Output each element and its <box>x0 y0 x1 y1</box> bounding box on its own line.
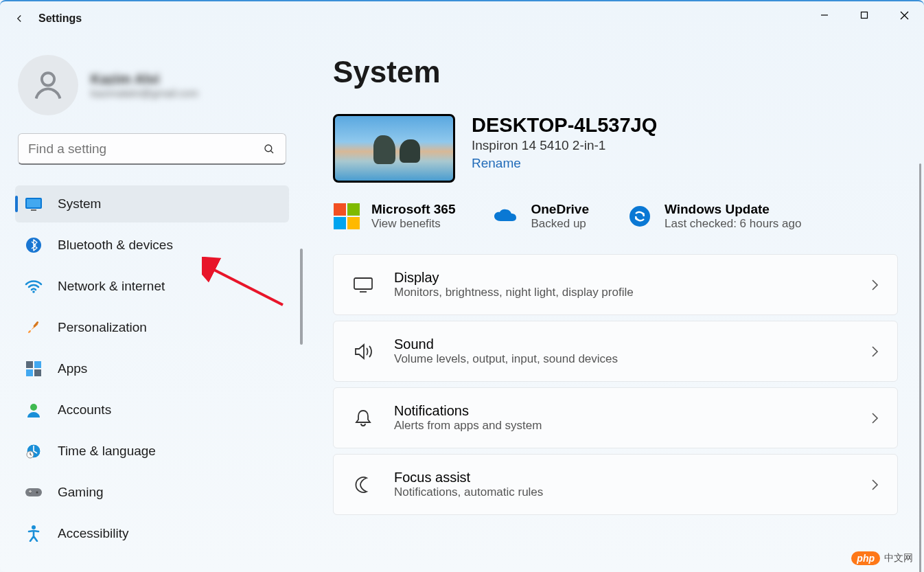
watermark-badge: php <box>851 551 880 565</box>
search-icon <box>263 143 275 155</box>
nav-label: Accessibility <box>58 526 128 541</box>
rename-link[interactable]: Rename <box>472 156 521 171</box>
device-section: DESKTOP-4L537JQ Inspiron 14 5410 2-in-1 … <box>333 114 898 183</box>
bluetooth-icon <box>25 236 43 254</box>
svg-rect-14 <box>34 361 41 368</box>
card-focus-assist[interactable]: Focus assist Notifications, automatic ru… <box>333 454 898 515</box>
nav-label: Network & internet <box>58 279 165 294</box>
svg-point-17 <box>30 404 37 411</box>
card-sound[interactable]: Sound Volume levels, output, input, soun… <box>333 321 898 382</box>
status-sub: View benefits <box>371 217 455 231</box>
accounts-icon <box>25 401 43 419</box>
accessibility-icon <box>25 525 43 542</box>
nav-list: System Bluetooth & devices Network & int… <box>15 185 289 552</box>
profile-text: Kazim Alvi kazimalalvi@gmail.com <box>91 71 198 99</box>
person-icon <box>30 67 66 103</box>
nav-item-bluetooth[interactable]: Bluetooth & devices <box>15 227 289 264</box>
svg-rect-8 <box>27 199 41 207</box>
card-sub: Alerts from apps and system <box>394 419 542 433</box>
chevron-right-icon <box>870 345 879 358</box>
search-input[interactable] <box>18 133 286 165</box>
status-sub: Backed up <box>531 217 588 231</box>
device-thumbnail[interactable] <box>333 114 455 183</box>
svg-rect-28 <box>354 278 372 289</box>
moon-icon <box>351 473 375 496</box>
minimize-icon <box>820 11 829 19</box>
system-icon <box>25 195 43 213</box>
svg-rect-15 <box>26 369 33 376</box>
profile-section[interactable]: Kazim Alvi kazimalalvi@gmail.com <box>18 55 286 115</box>
window-controls <box>805 1 924 29</box>
svg-rect-25 <box>30 490 31 493</box>
wifi-icon <box>25 277 43 295</box>
status-microsoft365[interactable]: Microsoft 365 View benefits <box>333 202 455 231</box>
nav-item-gaming[interactable]: Gaming <box>15 474 289 511</box>
sidebar: Kazim Alvi kazimalalvi@gmail.com System <box>0 36 299 572</box>
status-row: Microsoft 365 View benefits OneDrive Bac… <box>333 202 898 231</box>
svg-point-11 <box>32 290 35 293</box>
nav-item-accounts[interactable]: Accounts <box>15 391 289 428</box>
main-scrollbar[interactable] <box>919 163 921 572</box>
card-title: Sound <box>394 336 618 352</box>
card-title: Focus assist <box>394 470 543 485</box>
status-title: Microsoft 365 <box>371 202 455 217</box>
arrow-left-icon <box>13 12 25 25</box>
card-display[interactable]: Display Monitors, brightness, night ligh… <box>333 254 898 315</box>
device-info: DESKTOP-4L537JQ Inspiron 14 5410 2-in-1 … <box>472 114 657 171</box>
svg-line-6 <box>270 150 273 153</box>
svg-point-4 <box>42 73 54 85</box>
back-button[interactable] <box>5 5 33 32</box>
nav-label: Apps <box>58 361 87 376</box>
nav-item-accessibility[interactable]: Accessibility <box>15 515 289 552</box>
chevron-right-icon <box>870 478 879 492</box>
device-name: DESKTOP-4L537JQ <box>472 114 657 137</box>
svg-rect-9 <box>31 209 36 211</box>
nav-item-apps[interactable]: Apps <box>15 350 289 387</box>
chevron-right-icon <box>870 411 879 425</box>
card-sub: Monitors, brightness, night light, displ… <box>394 286 634 299</box>
minimize-button[interactable] <box>805 1 844 29</box>
status-title: Windows Update <box>665 202 801 217</box>
card-sub: Volume levels, output, input, sound devi… <box>394 352 618 366</box>
main-content: System DESKTOP-4L537JQ Inspiron 14 5410 … <box>299 36 924 572</box>
profile-email: kazimalalvi@gmail.com <box>91 87 198 99</box>
svg-rect-12 <box>33 321 39 328</box>
svg-rect-13 <box>26 361 33 368</box>
nav-item-personalization[interactable]: Personalization <box>15 309 289 346</box>
maximize-button[interactable] <box>844 1 884 29</box>
svg-point-26 <box>32 525 36 529</box>
nav-label: Personalization <box>58 320 147 335</box>
maximize-icon <box>860 11 868 19</box>
nav-label: Time & language <box>58 444 156 459</box>
card-notifications[interactable]: Notifications Alerts from apps and syste… <box>333 387 898 448</box>
profile-name: Kazim Alvi <box>91 71 198 87</box>
card-sub: Notifications, automatic rules <box>394 485 543 499</box>
status-onedrive[interactable]: OneDrive Backed up <box>492 202 588 231</box>
nav-label: System <box>58 196 101 211</box>
avatar <box>18 55 78 115</box>
status-windows-update[interactable]: Windows Update Last checked: 6 hours ago <box>626 202 801 231</box>
svg-rect-21 <box>25 488 42 496</box>
watermark: php 中文网 <box>851 551 913 565</box>
svg-point-23 <box>36 492 38 494</box>
search-wrap <box>18 133 286 165</box>
nav-label: Accounts <box>58 402 111 417</box>
clock-globe-icon <box>25 442 43 460</box>
close-button[interactable] <box>884 1 924 29</box>
nav-item-network[interactable]: Network & internet <box>15 268 289 305</box>
search-button[interactable] <box>256 136 282 162</box>
brush-icon <box>25 319 43 336</box>
status-sub: Last checked: 6 hours ago <box>665 217 801 231</box>
device-model: Inspiron 14 5410 2-in-1 <box>472 138 657 153</box>
update-icon <box>626 203 654 230</box>
nav-item-time[interactable]: Time & language <box>15 433 289 470</box>
status-title: OneDrive <box>531 202 588 217</box>
microsoft365-icon <box>333 203 360 230</box>
svg-rect-1 <box>862 12 868 19</box>
svg-point-27 <box>630 206 650 227</box>
svg-rect-16 <box>34 369 41 376</box>
onedrive-icon <box>492 203 520 230</box>
nav-item-system[interactable]: System <box>15 185 289 222</box>
bell-icon <box>351 407 375 430</box>
apps-icon <box>25 360 43 378</box>
